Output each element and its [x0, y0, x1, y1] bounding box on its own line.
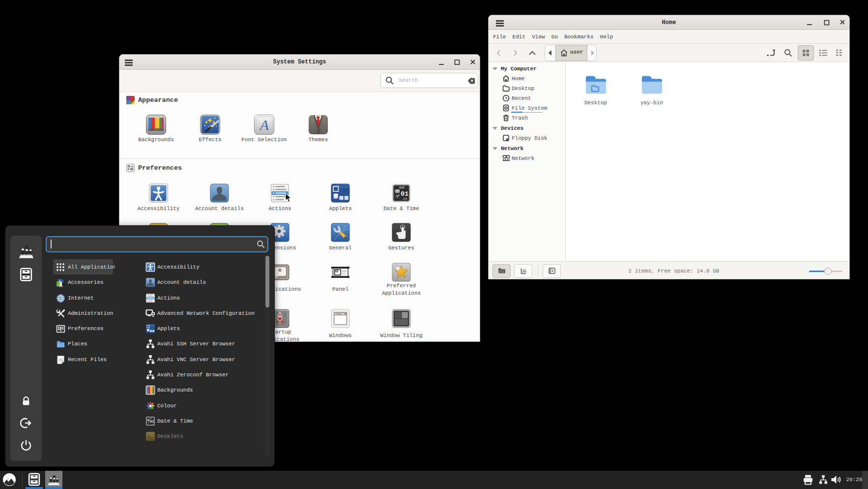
svg-text:A: A [259, 117, 269, 133]
